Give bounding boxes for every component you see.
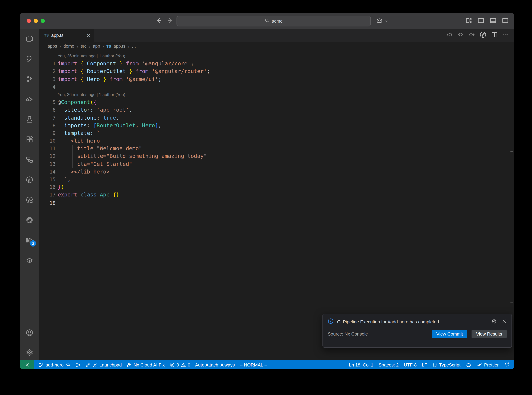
- overview-ruler-mark: [511, 302, 513, 303]
- code-line[interactable]: 9 template: `: [39, 129, 514, 137]
- nx-cloud-fix-item[interactable]: Nx Cloud AI Fix: [127, 362, 165, 367]
- compare-changes-icon[interactable]: [75, 362, 81, 367]
- code-text: }): [56, 183, 64, 191]
- breadcrumb-item[interactable]: app: [93, 44, 100, 49]
- code-line[interactable]: 18: [39, 199, 514, 207]
- command-center-search[interactable]: acme: [177, 16, 371, 27]
- containers-icon[interactable]: [25, 256, 34, 265]
- explorer-icon[interactable]: [25, 34, 34, 43]
- braces-icon: {}: [432, 362, 437, 367]
- split-editor-icon[interactable]: [491, 31, 498, 39]
- code-line[interactable]: 16}): [39, 183, 514, 191]
- editor-group: TS app.ts ✕ apps›demo›src›app›TSapp.ts›…: [39, 29, 514, 360]
- code-line[interactable]: 13 cta="Get Started": [39, 160, 514, 168]
- remote-indicator[interactable]: [20, 360, 34, 369]
- testing-icon[interactable]: [25, 115, 34, 123]
- toggle-primary-sidebar-icon[interactable]: [478, 17, 484, 24]
- view-commit-button[interactable]: View Commit: [432, 330, 468, 338]
- toggle-secondary-sidebar-icon[interactable]: [502, 17, 509, 24]
- code-line[interactable]: 5@Component({: [39, 99, 514, 106]
- code-line[interactable]: 10 <lib-hero: [39, 137, 514, 145]
- gitlens-graph-icon[interactable]: [479, 31, 486, 39]
- close-tab-icon[interactable]: ✕: [87, 33, 91, 38]
- breadcrumb-item[interactable]: apps: [48, 44, 57, 49]
- cursor-position-item[interactable]: Ln 18, Col 1: [349, 362, 373, 367]
- publish-cloud-icon: [65, 362, 70, 367]
- code-line[interactable]: 1import { Component } from '@angular/cor…: [39, 60, 514, 67]
- encoding-item[interactable]: UTF-8: [404, 362, 417, 367]
- copilot-status-icon[interactable]: [466, 362, 472, 368]
- code-line[interactable]: 2import { RouterOutlet } from '@angular/…: [39, 68, 514, 75]
- search-value: acme: [272, 18, 283, 24]
- line-number: [39, 91, 56, 99]
- indentation-item[interactable]: Spaces: 2: [379, 362, 399, 367]
- open-changes-previous-icon[interactable]: [446, 31, 453, 39]
- run-debug-icon[interactable]: [25, 95, 34, 103]
- code-line[interactable]: 11 title="Welcmoe demo": [39, 145, 514, 153]
- more-actions-icon[interactable]: [502, 31, 509, 39]
- breadcrumb: apps›demo›src›app›TSapp.ts›…: [39, 42, 514, 51]
- blame-text: You, 26 minutes ago | 1 author (You): [56, 52, 125, 60]
- back-icon[interactable]: [155, 17, 162, 24]
- line-number: 8: [39, 121, 56, 129]
- notification-close-icon[interactable]: [502, 319, 507, 325]
- zoom-window-button[interactable]: [41, 19, 45, 23]
- code-line[interactable]: 8 imports: [RouterOutlet, Hero],: [39, 121, 514, 129]
- line-number: [39, 52, 56, 60]
- close-window-button[interactable]: [27, 19, 31, 23]
- chevron-down-icon: [385, 18, 388, 24]
- code-text: [56, 199, 58, 207]
- settings-gear-icon[interactable]: [25, 348, 34, 357]
- blame-annotation-row[interactable]: You, 26 minutes ago | 1 author (You): [39, 52, 514, 60]
- breadcrumb-item[interactable]: app.ts: [113, 44, 125, 49]
- code-text: imports: [RouterOutlet, Hero],: [56, 121, 161, 129]
- code-line[interactable]: 14 ></lib-hero>: [39, 168, 514, 176]
- warnings-icon: [181, 362, 186, 367]
- breadcrumb-item[interactable]: …: [132, 44, 136, 49]
- gitlens-inspect-icon[interactable]: [25, 196, 34, 204]
- extensions-icon[interactable]: [25, 135, 34, 144]
- open-changes-icon[interactable]: [457, 31, 464, 39]
- open-changes-next-icon[interactable]: [468, 31, 475, 39]
- notification-settings-gear-icon[interactable]: [491, 318, 497, 325]
- vim-mode-item[interactable]: -- NORMAL --: [240, 362, 267, 367]
- notifications-bell-icon[interactable]: [504, 362, 509, 368]
- customize-layout-icon[interactable]: [465, 17, 472, 24]
- launchpad-item[interactable]: Launchpad: [86, 362, 122, 367]
- code-line[interactable]: 15 `,: [39, 176, 514, 183]
- account-icon[interactable]: [25, 329, 34, 337]
- line-number: 13: [39, 160, 56, 168]
- code-line[interactable]: 3import { Hero } from '@acme/ui';: [39, 75, 514, 83]
- nx-badge: 2: [30, 240, 36, 247]
- breadcrumb-item[interactable]: demo: [63, 44, 74, 49]
- line-number: 17: [39, 191, 56, 199]
- code-text: selector: 'app-root',: [56, 106, 132, 114]
- copilot-menu[interactable]: [376, 17, 388, 26]
- project-structure-icon[interactable]: [25, 155, 34, 164]
- browser-tools-icon[interactable]: [25, 216, 34, 224]
- line-number: 18: [39, 199, 56, 207]
- language-mode-item[interactable]: {}TypeScript: [432, 362, 460, 367]
- code-line[interactable]: 12 subtitle="Build something amazing tod…: [39, 153, 514, 160]
- code-line[interactable]: 4: [39, 83, 514, 91]
- code-line[interactable]: 6 selector: 'app-root',: [39, 106, 514, 114]
- code-line[interactable]: 7 standalone: true,: [39, 114, 514, 121]
- git-branch-item[interactable]: add-hero: [38, 362, 70, 367]
- nx-console-icon[interactable]: 2: [25, 236, 34, 244]
- tab-app-ts[interactable]: TS app.ts ✕: [39, 29, 94, 42]
- eol-item[interactable]: LF: [422, 362, 427, 367]
- forward-icon[interactable]: [167, 17, 174, 24]
- minimize-window-button[interactable]: [34, 19, 38, 23]
- auto-attach-item[interactable]: Auto Attach: Always: [195, 362, 235, 367]
- gitlens-icon[interactable]: [25, 176, 34, 184]
- search-sidebar-icon[interactable]: [25, 55, 34, 63]
- code-line[interactable]: 17export class App {}: [39, 191, 514, 199]
- toggle-panel-icon[interactable]: [490, 17, 497, 24]
- code-text: subtitle="Build something amazing today": [56, 153, 207, 160]
- blame-annotation-row[interactable]: You, 26 minutes ago | 1 author (You): [39, 91, 514, 99]
- view-results-button[interactable]: View Results: [472, 330, 507, 338]
- source-control-icon[interactable]: [25, 75, 34, 83]
- problems-item[interactable]: 0 0: [170, 362, 190, 367]
- breadcrumb-item[interactable]: src: [81, 44, 86, 49]
- formatter-item[interactable]: Prettier: [477, 362, 499, 368]
